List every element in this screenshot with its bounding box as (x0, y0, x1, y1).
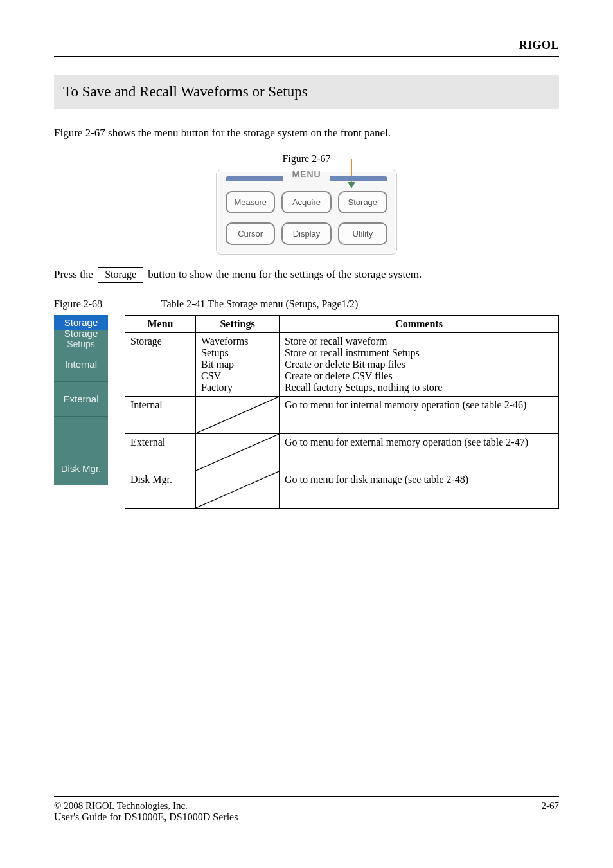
softmenu-label: Internal (54, 359, 108, 370)
cursor-button[interactable]: Cursor (226, 222, 275, 245)
setting-item: Bit map (201, 359, 274, 370)
comment-item: Recall factory Setups, nothing to store (285, 382, 553, 393)
footer-page: 2-67 (542, 800, 560, 811)
cell-comments-storage: Store or recall waveform Store or recall… (280, 333, 559, 397)
footer-copyright: © 2008 RIGOL Technologies, Inc. (54, 800, 188, 811)
cell-diag (196, 471, 280, 509)
comment-item: Store or recall waveform (285, 336, 553, 347)
cell-diag (196, 397, 280, 434)
measure-button[interactable]: Measure (226, 191, 275, 213)
setting-item: Setups (201, 347, 274, 359)
setting-item: Factory (201, 382, 274, 393)
menu-line-right (330, 176, 387, 181)
table-caption: Figure 2-68 Table 2-41 The Storage menu … (54, 298, 559, 310)
cell-menu-disk: Disk Mgr. (125, 471, 196, 509)
softmenu-item-storage[interactable]: Storage Setups (54, 330, 108, 347)
th-comments: Comments (280, 316, 559, 333)
press-prefix: Press the (54, 268, 96, 280)
cell-comments-internal: Go to menu for internal memory operation… (280, 397, 559, 434)
utility-button[interactable]: Utility (338, 222, 387, 245)
page-footer: © 2008 RIGOL Technologies, Inc. 2-67 Use… (54, 796, 559, 823)
cell-menu-external: External (125, 434, 196, 471)
menu-panel: MENU Measure Acquire Storage Cursor Disp… (216, 170, 397, 255)
svg-line-1 (196, 434, 279, 471)
table-caption-main: Table 2-41 The Storage menu (Setups, Pag… (161, 298, 359, 309)
cell-comments-disk: Go to menu for disk manage (see table 2-… (280, 471, 559, 509)
press-instruction: Press the Storage button to show the men… (54, 267, 559, 283)
press-suffix: button to show the menu for the settings… (148, 268, 422, 280)
cell-menu-storage: Storage (125, 333, 196, 397)
comment-item: Store or recall instrument Setups (285, 347, 553, 359)
rule-top (54, 56, 559, 57)
table-row: Disk Mgr. Go to menu for disk manage (se… (125, 471, 559, 509)
cell-diag (196, 434, 280, 471)
table-row: External Go to menu for external memory … (125, 434, 559, 471)
svg-line-2 (196, 471, 279, 508)
setting-item: Waveforms (201, 336, 274, 347)
comment-item: Create or delete CSV files (285, 370, 553, 382)
inline-storage-button: Storage (98, 267, 143, 283)
storage-menu-table: Menu Settings Comments Storage Waveforms… (125, 315, 559, 509)
softmenu-item-empty (54, 416, 108, 451)
cell-menu-internal: Internal (125, 397, 196, 434)
th-menu: Menu (125, 316, 196, 333)
th-settings: Settings (196, 316, 280, 333)
brand-header: RIGOL (54, 39, 559, 52)
cell-settings-storage: Waveforms Setups Bit map CSV Factory (196, 333, 280, 397)
setting-item: CSV (201, 370, 274, 382)
table-caption-prefix: Figure 2-68 (54, 298, 102, 309)
comment-item: Create or delete Bit map files (285, 359, 553, 370)
acquire-button[interactable]: Acquire (281, 191, 331, 213)
cell-comments-external: Go to menu for external memory operation… (280, 434, 559, 471)
softmenu-item-external[interactable]: External (54, 381, 108, 416)
softmenu-item-internal[interactable]: Internal (54, 347, 108, 381)
table-row: Storage Waveforms Setups Bit map CSV Fac… (125, 333, 559, 397)
table-header-row: Menu Settings Comments (125, 316, 559, 333)
svg-line-0 (196, 397, 279, 433)
footer-guide: User's Guide for DS1000E, DS1000D Series (54, 811, 559, 823)
storage-button[interactable]: Storage (338, 191, 387, 213)
softmenu-label: Disk Mgr. (54, 463, 108, 474)
diagonal-line-icon (196, 434, 279, 471)
rule-bottom (54, 796, 559, 797)
softmenu-label: External (54, 393, 108, 404)
display-button[interactable]: Display (281, 222, 331, 245)
intro-paragraph: Figure 2-67 shows the menu button for th… (54, 125, 559, 141)
softmenu-item-diskmgr[interactable]: Disk Mgr. (54, 451, 108, 485)
softmenu-label: Storage (54, 328, 108, 339)
diagonal-line-icon (196, 397, 279, 433)
diagonal-line-icon (196, 471, 279, 508)
table-row: Internal Go to menu for internal memory … (125, 397, 559, 434)
figure-label: Figure 2-67 (54, 153, 559, 165)
softmenu-sublabel: Setups (54, 339, 108, 349)
section-banner: To Save and Recall Waveforms or Setups (54, 75, 559, 109)
soft-menu: Storage Storage Setups Internal External… (54, 315, 108, 485)
